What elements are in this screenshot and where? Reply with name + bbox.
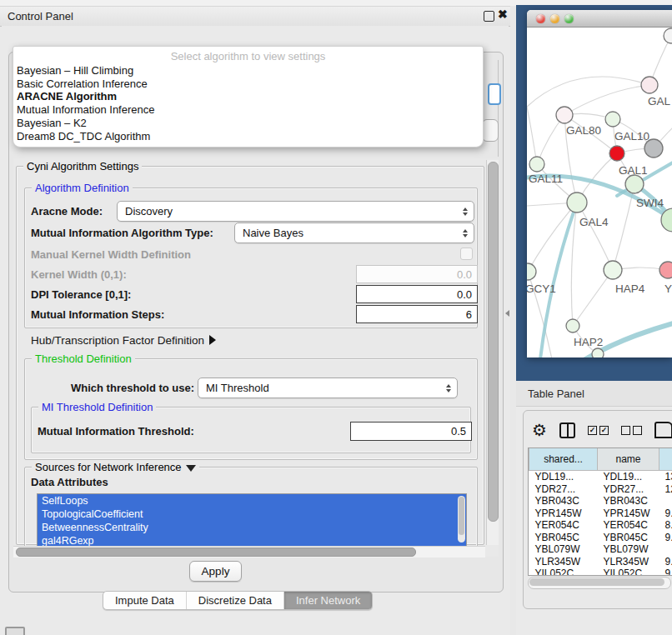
attribute-item-betweennesscentrality[interactable]: BetweennessCentrality [38, 521, 466, 534]
algorithm-option-mutual-information-inference[interactable]: Mutual Information Inference [13, 103, 483, 117]
network-view-window[interactable]: GALGAL80GAL10GAL1GAL11SWI4GAL4GCY1HAP4YH… [527, 10, 672, 358]
network-window-titlebar[interactable] [527, 10, 672, 28]
node-gal[interactable] [641, 77, 658, 93]
apply-button[interactable]: Apply [189, 561, 242, 582]
manual-kernel-width-checkbox[interactable] [460, 248, 473, 260]
settings-vertical-scrollbar-thumb[interactable] [488, 162, 499, 522]
network-edge[interactable] [577, 202, 613, 270]
control-panel-title: Control Panel [0, 10, 73, 22]
sources-legend: Sources for Network Inference [32, 461, 199, 473]
table-row[interactable]: YPR145WYPR145W9. [529, 508, 672, 520]
table-horizontal-scrollbar[interactable] [528, 577, 671, 589]
table-row[interactable]: YIL052CYIL052C9. [529, 568, 672, 576]
attribute-item-topologicalcoefficient[interactable]: TopologicalCoefficient [38, 508, 466, 521]
table-row[interactable]: YBL079WYBL079W [529, 543, 672, 556]
algorithm-option-bayesian-k2[interactable]: Bayesian – K2 [13, 117, 483, 130]
column-header-a[interactable]: A [659, 448, 672, 471]
combo-arrows-icon [440, 378, 457, 398]
node-swi4[interactable] [625, 175, 644, 193]
column-header-shared[interactable]: shared... [529, 448, 598, 471]
data-attributes-list[interactable]: SelfLoopsTopologicalCoefficientBetweenne… [37, 493, 467, 547]
close-traffic-light-icon[interactable] [536, 14, 545, 23]
dpi-tolerance-label: DPI Tolerance [0,1]: [31, 288, 131, 301]
mi-threshold-input[interactable]: 0.5 [350, 422, 472, 441]
cyni-algorithm-settings-legend: Cyni Algorithm Settings [23, 160, 142, 172]
network-edge[interactable] [564, 85, 649, 115]
node-y[interactable] [659, 262, 672, 278]
algorithm-definition-legend: Algorithm Definition [32, 182, 133, 194]
splitter-handle-icon[interactable] [505, 310, 509, 317]
hub-definition-expander[interactable]: Hub/Transcription Factor Definition [31, 334, 216, 347]
algorithm-option-basic-correlation-inference[interactable]: Basic Correlation Inference [13, 78, 483, 91]
table-row[interactable]: YBR045CYBR045C9. [529, 532, 672, 544]
node-gal80[interactable] [556, 107, 573, 123]
table-page-icon[interactable] [654, 422, 672, 438]
node-hap2[interactable] [566, 319, 579, 332]
algorithm-option-bayesian-hill-climbing[interactable]: Bayesian – Hill Climbing [13, 64, 483, 78]
node-gal1[interactable] [609, 146, 624, 161]
hidden-groupbox-border [498, 60, 499, 157]
hub-definition-label: Hub/Transcription Factor Definition [31, 334, 204, 347]
data-attributes-label: Data Attributes [31, 476, 108, 488]
manual-kernel-width-label: Manual Kernel Width Definition [31, 248, 191, 261]
aracne-mode-label: Aracne Mode: [31, 205, 103, 218]
network-edge[interactable] [528, 202, 577, 272]
node-hap4[interactable] [604, 261, 622, 279]
panel-divider[interactable] [510, 6, 516, 635]
deselect-checkboxes-icon[interactable] [621, 426, 642, 435]
algorithm-dropdown-popup: Select algorithm to view settings Bayesi… [13, 46, 484, 148]
cyni-settings-scrollpane: Cyni Algorithm Settings Algorithm Defini… [13, 158, 499, 557]
settings-gear-icon[interactable]: ⚙ [532, 422, 547, 438]
table-row[interactable]: YDL19...YDL19...13 [529, 471, 672, 483]
node-attribute-table[interactable]: shared...nameA YDL19...YDL19...13YDR27..… [528, 448, 672, 576]
node-label-y: Y [664, 282, 672, 295]
node-gal10[interactable] [605, 112, 620, 127]
node-label-hap4: HAP4 [615, 282, 645, 295]
algorithm-popup-placeholder: Select algorithm to view settings [13, 49, 483, 64]
close-panel-icon[interactable]: ✖ [498, 8, 508, 21]
node-gcy1[interactable] [527, 263, 536, 280]
mi-steps-input[interactable]: 6 [356, 305, 478, 323]
which-threshold-combobox[interactable]: MI Threshold [198, 378, 458, 398]
table-horizontal-scrollbar-thumb[interactable] [529, 578, 664, 586]
dpi-tolerance-input[interactable]: 0.0 [356, 285, 478, 303]
aracne-mode-combobox[interactable]: Discovery [117, 201, 474, 222]
mi-threshold-definition-legend: MI Threshold Definition [38, 401, 156, 413]
node-gal11[interactable] [529, 157, 544, 172]
table-row[interactable]: YBR043CYBR043C [529, 495, 672, 508]
node-label-gal11: GAL11 [529, 172, 563, 185]
table-panel: ⚙ ✓✓ shared...nameA YDL19...YDL19...13YD… [523, 410, 672, 609]
mi-algorithm-type-combobox[interactable]: Naive Bayes [234, 222, 474, 243]
kernel-width-input[interactable]: 0.0 [356, 265, 478, 283]
collapsed-panel-icon[interactable] [5, 627, 25, 635]
table-row[interactable]: YLR345WYLR345W9. [529, 556, 672, 568]
network-edge[interactable] [527, 107, 537, 164]
network-node[interactable] [644, 139, 663, 158]
algorithm-option-aracne-algorithm[interactable]: ARACNE Algorithm [13, 90, 483, 103]
kernel-width-label: Kernel Width (0,1): [31, 268, 127, 281]
table-row[interactable]: YDR27...YDR27...12 [529, 483, 672, 496]
node-label-gal80: GAL80 [566, 124, 601, 137]
tab-impute-data[interactable]: Impute Data [103, 592, 187, 609]
network-node[interactable] [664, 28, 672, 43]
column-header-name[interactable]: name [598, 448, 659, 471]
node-label-gal10: GAL10 [614, 130, 649, 142]
attribute-item-selfloops[interactable]: SelfLoops [38, 494, 466, 508]
tab-infer-network[interactable]: Infer Network [284, 592, 372, 609]
node-gal4[interactable] [567, 192, 587, 212]
split-columns-icon[interactable] [559, 422, 575, 438]
network-canvas[interactable]: GALGAL80GAL10GAL1GAL11SWI4GAL4GCY1HAP4YH… [527, 28, 672, 358]
attribute-item-gal4rgexp[interactable]: gal4RGexp [38, 534, 466, 547]
select-all-checkboxes-icon[interactable]: ✓✓ [588, 426, 609, 435]
network-node[interactable] [592, 348, 604, 358]
maximize-traffic-light-icon[interactable] [564, 14, 574, 23]
algorithm-option-dream8-dc-tdc-algorithm[interactable]: Dream8 DC_TDC Algorithm [13, 130, 483, 143]
settings-horizontal-scrollbar-thumb[interactable] [16, 548, 416, 557]
list-scrollbar[interactable] [458, 496, 465, 542]
network-edge[interactable] [573, 270, 613, 326]
minimize-traffic-light-icon[interactable] [550, 14, 559, 23]
application-window: Control Panel ✖ NetworkStyleSelectCyni T… [0, 0, 672, 635]
table-row[interactable]: YER054CYER054C8. [529, 519, 672, 532]
tab-discretize-data[interactable]: Discretize Data [187, 592, 284, 609]
float-window-icon[interactable] [484, 11, 494, 22]
